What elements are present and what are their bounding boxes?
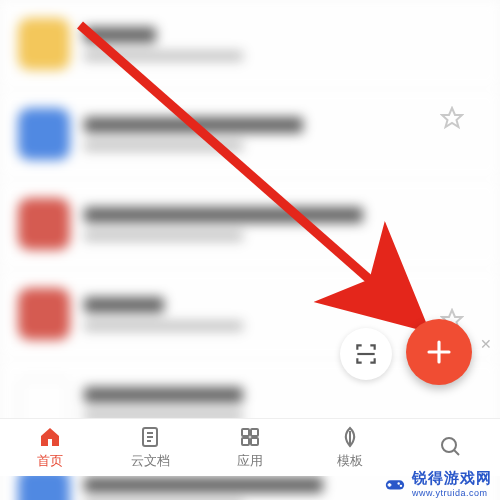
svg-point-15 xyxy=(442,438,456,452)
nav-apps[interactable]: 应用 xyxy=(200,419,300,476)
svg-line-16 xyxy=(454,450,459,455)
scan-button[interactable] xyxy=(340,328,392,380)
leaf-icon xyxy=(338,425,362,449)
file-icon xyxy=(18,288,70,340)
gamepad-icon xyxy=(384,473,406,495)
nav-label: 云文档 xyxy=(131,452,170,470)
apps-icon xyxy=(238,425,262,449)
list-item[interactable] xyxy=(0,0,500,88)
nav-search[interactable] xyxy=(400,419,500,476)
add-fab[interactable] xyxy=(406,319,472,385)
svg-point-21 xyxy=(400,484,402,486)
svg-rect-13 xyxy=(251,438,258,445)
nav-label: 首页 xyxy=(37,452,63,470)
svg-rect-12 xyxy=(242,438,249,445)
svg-rect-11 xyxy=(251,429,258,436)
file-icon xyxy=(18,18,70,70)
list-item[interactable] xyxy=(0,180,500,268)
docs-icon xyxy=(138,425,162,449)
search-icon xyxy=(438,434,462,458)
nav-docs[interactable]: 云文档 xyxy=(100,419,200,476)
list-item[interactable] xyxy=(0,90,500,178)
watermark-text: 锐得游戏网 xyxy=(412,469,492,488)
file-icon xyxy=(18,108,70,160)
plus-icon xyxy=(424,337,454,367)
nav-label: 应用 xyxy=(237,452,263,470)
bottom-nav: 首页 云文档 应用 模板 xyxy=(0,418,500,476)
watermark: 锐得游戏网 www.ytruida.com xyxy=(384,469,492,498)
home-icon xyxy=(38,425,62,449)
scan-icon xyxy=(353,341,379,367)
svg-rect-19 xyxy=(388,484,392,486)
nav-home[interactable]: 首页 xyxy=(0,419,100,476)
watermark-url: www.ytruida.com xyxy=(412,488,492,498)
nav-template[interactable]: 模板 xyxy=(300,419,400,476)
svg-point-20 xyxy=(397,482,399,484)
nav-label: 模板 xyxy=(337,452,363,470)
app-screen: ✕ 首页 云文档 应用 模板 锐得游戏网 xyxy=(0,0,500,500)
close-icon[interactable]: ✕ xyxy=(480,336,492,352)
svg-rect-10 xyxy=(242,429,249,436)
file-icon xyxy=(18,198,70,250)
